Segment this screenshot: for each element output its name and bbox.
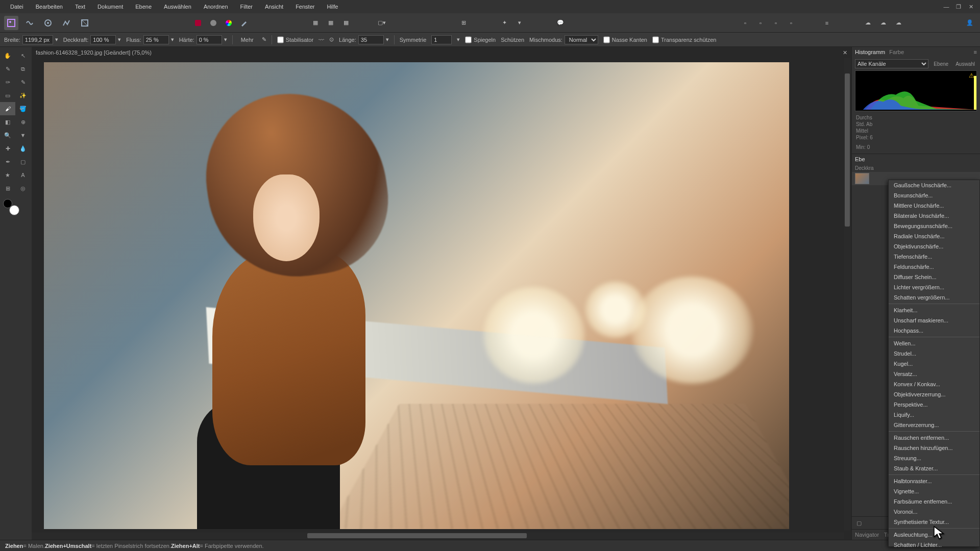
- chat-icon[interactable]: 💬: [554, 17, 567, 29]
- breite-chevron-icon[interactable]: ▾: [55, 36, 58, 43]
- horizontal-scrollbar[interactable]: [32, 533, 844, 539]
- cloud-1-icon[interactable]: ☁: [862, 17, 874, 29]
- filter-item[interactable]: Radiale Unschärfe...: [889, 231, 979, 241]
- menu-hilfe[interactable]: Hilfe: [321, 0, 344, 13]
- filter-item[interactable]: Tiefenschärfe...: [889, 252, 979, 262]
- selection-brush-tool-icon[interactable]: ▭: [0, 89, 15, 102]
- document-tab-close-icon[interactable]: ✕: [843, 49, 847, 56]
- swatch-red-icon[interactable]: [192, 17, 204, 29]
- star-tool-icon[interactable]: ★: [0, 168, 15, 182]
- list-view-icon[interactable]: ≡: [821, 17, 833, 29]
- filter-item[interactable]: Konvex / Konkav...: [889, 379, 979, 389]
- menu-bearbeiten[interactable]: Bearbeiten: [30, 0, 69, 13]
- healing-tool-icon[interactable]: ✚: [0, 142, 15, 155]
- schuetzen-label[interactable]: Schützen: [501, 37, 524, 43]
- mehr-button[interactable]: Mehr: [238, 37, 257, 43]
- liquify-persona-icon[interactable]: [22, 16, 37, 30]
- menu-dokument[interactable]: Dokument: [91, 0, 129, 13]
- filter-item[interactable]: Objektivunschärfe...: [889, 241, 979, 252]
- deckkraft-input[interactable]: [90, 35, 116, 44]
- filter-item[interactable]: Voronoi...: [889, 507, 979, 517]
- color-picker-tool-icon[interactable]: ✎: [0, 62, 15, 76]
- filter-item[interactable]: Perspektive...: [889, 399, 979, 410]
- filter-item[interactable]: Kugel...: [889, 359, 979, 369]
- move-tool-icon[interactable]: ↖: [15, 49, 31, 62]
- clone-tool-icon[interactable]: ⊕: [15, 115, 31, 129]
- haerte-chevron-icon[interactable]: ▾: [224, 36, 227, 43]
- align-left-icon[interactable]: ▦: [309, 17, 322, 29]
- pen-tool-icon[interactable]: ✒: [0, 155, 15, 168]
- erase-tool-icon[interactable]: ◧: [0, 115, 15, 129]
- arrange-3-icon[interactable]: ▫: [770, 17, 782, 29]
- filter-item[interactable]: Gaußsche Unschärfe...: [889, 180, 979, 190]
- stab-mode2-icon[interactable]: ⊙: [329, 36, 334, 43]
- mask-icon[interactable]: ▢: [855, 519, 863, 527]
- menu-ansicht[interactable]: Ansicht: [259, 0, 289, 13]
- color-swatches[interactable]: [3, 199, 19, 215]
- fluss-chevron-icon[interactable]: ▾: [171, 36, 174, 43]
- farbe-tab[interactable]: Farbe: [889, 49, 904, 55]
- menu-text[interactable]: Text: [69, 0, 91, 13]
- spiegeln-checkbox[interactable]: Spiegeln: [465, 35, 496, 44]
- shape-tool-icon[interactable]: ▢: [15, 155, 31, 168]
- crop-tool-icon[interactable]: ⧉: [15, 62, 31, 76]
- filter-item[interactable]: Staub & Kratzer...: [889, 463, 979, 473]
- ebenen-tab[interactable]: Ebe: [855, 156, 865, 162]
- minimize-button[interactable]: —: [941, 4, 951, 10]
- hand-tool-icon[interactable]: ✋: [0, 49, 15, 62]
- paint-brush-tool-icon[interactable]: 🖌: [0, 102, 15, 115]
- smudge-tool-icon[interactable]: 💧: [15, 142, 31, 155]
- auswahl-mode[interactable]: Auswahl: [953, 61, 977, 67]
- text-tool-icon[interactable]: A: [15, 168, 31, 182]
- fill-tool-icon[interactable]: 🪣: [15, 102, 31, 115]
- filter-item[interactable]: Versatz...: [889, 369, 979, 379]
- mischmodus-select[interactable]: Normal: [565, 35, 598, 44]
- filter-item[interactable]: Bewegungsunschärfe...: [889, 221, 979, 231]
- style-picker-tool-icon[interactable]: ✑: [0, 76, 15, 89]
- burn-tool-icon[interactable]: ▼: [15, 129, 31, 142]
- deckkraft-chevron-icon[interactable]: ▾: [118, 36, 121, 43]
- laenge-input[interactable]: [358, 35, 384, 44]
- cloud-2-icon[interactable]: ☁: [877, 17, 889, 29]
- zoom-tool-icon[interactable]: ◎: [15, 182, 31, 195]
- account-icon[interactable]: 👤: [964, 17, 976, 29]
- menu-datei[interactable]: Datei: [4, 0, 30, 13]
- filter-item[interactable]: Feldunschärfe...: [889, 262, 979, 272]
- filter-item[interactable]: Schatten / Lichter...: [889, 540, 979, 550]
- arrange-1-icon[interactable]: ▫: [739, 17, 751, 29]
- tone-mapping-persona-icon[interactable]: [59, 16, 74, 30]
- filter-item[interactable]: Lichter vergrößern...: [889, 282, 979, 292]
- filter-item[interactable]: Wellen...: [889, 338, 979, 348]
- brush-config-icon[interactable]: ✎: [262, 36, 266, 43]
- filter-item[interactable]: Strudel...: [889, 348, 979, 359]
- export-persona-icon[interactable]: [78, 16, 92, 30]
- align-center-icon[interactable]: ▦: [325, 17, 337, 29]
- menu-filter[interactable]: Filter: [234, 0, 259, 13]
- filter-item[interactable]: Diffuser Schein...: [889, 272, 979, 282]
- nasse-checkbox[interactable]: Nasse Kanten: [603, 35, 647, 44]
- filter-item[interactable]: Klarheit...: [889, 305, 979, 315]
- filter-item[interactable]: Synthetisierte Textur...: [889, 517, 979, 527]
- filter-item[interactable]: Unscharf maskieren...: [889, 315, 979, 325]
- panel-menu-icon[interactable]: ≡: [974, 49, 977, 55]
- filter-item[interactable]: Hochpass...: [889, 325, 979, 336]
- mesh-tool-icon[interactable]: ⊞: [0, 182, 15, 195]
- filter-item[interactable]: Halbtonraster...: [889, 476, 979, 486]
- laenge-chevron-icon[interactable]: ▾: [386, 36, 389, 43]
- swatch-rainbow-icon[interactable]: [223, 17, 235, 29]
- maximize-button[interactable]: ❐: [953, 4, 964, 10]
- assistant-dropdown-icon[interactable]: ▾: [513, 17, 526, 29]
- swatch-grey-icon[interactable]: [207, 17, 219, 29]
- photo-persona-icon[interactable]: [4, 16, 18, 30]
- filter-item[interactable]: Liquify...: [889, 410, 979, 420]
- filter-item[interactable]: Streuung...: [889, 453, 979, 463]
- haerte-input[interactable]: [197, 35, 222, 44]
- flood-select-tool-icon[interactable]: ✨: [15, 89, 31, 102]
- filter-item[interactable]: Ausleuchtung...: [889, 530, 979, 540]
- histogram-tab[interactable]: Histogramm: [855, 49, 885, 55]
- swatch-picker-icon[interactable]: [238, 17, 250, 29]
- menu-ebene[interactable]: Ebene: [129, 0, 158, 13]
- filter-item[interactable]: Schatten vergrößern...: [889, 292, 979, 303]
- filter-item[interactable]: Rauschen entfernen...: [889, 433, 979, 443]
- stabilisator-checkbox[interactable]: Stabilisator: [277, 35, 313, 44]
